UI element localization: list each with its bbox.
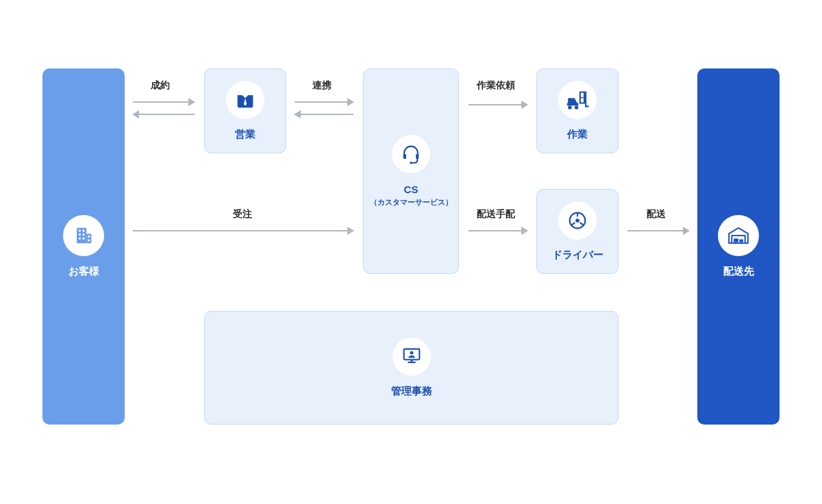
svg-rect-20	[581, 98, 584, 102]
svg-rect-14	[567, 103, 579, 105]
svg-rect-25	[410, 360, 412, 362]
node-sales-title: 営業	[235, 127, 256, 141]
node-sales: 営業	[204, 68, 286, 153]
svg-point-12	[410, 162, 412, 164]
node-admin: 管理事務	[204, 311, 619, 425]
arrow-dispatch	[469, 230, 527, 231]
svg-point-29	[734, 242, 736, 244]
svg-rect-2	[79, 229, 81, 231]
svg-rect-9	[88, 240, 90, 242]
node-cs-title: CS	[404, 183, 419, 197]
arrow-contract-left	[133, 114, 195, 115]
arrow-workreq	[469, 104, 527, 105]
arrow-link-left	[295, 114, 353, 115]
svg-rect-10	[403, 154, 406, 159]
svg-rect-6	[79, 238, 81, 240]
node-driver: ドライバー	[536, 189, 619, 274]
headset-icon	[392, 135, 430, 173]
svg-rect-18	[585, 91, 586, 107]
svg-point-16	[575, 105, 579, 110]
svg-rect-28	[739, 239, 743, 242]
node-driver-title: ドライバー	[552, 248, 603, 262]
monitor-person-icon	[393, 338, 431, 376]
node-work-title: 作業	[567, 127, 588, 141]
edge-delivery-label: 配送	[647, 208, 666, 220]
steering-wheel-icon	[558, 201, 597, 240]
svg-point-15	[568, 105, 572, 110]
node-cs-subtitle: （カスタマーサービス）	[370, 197, 453, 207]
svg-point-30	[740, 242, 743, 244]
diagram-stage: お客様 営業 CS （カスタマーサービス）	[0, 0, 822, 504]
edge-order-label: 受注	[233, 208, 252, 220]
svg-point-26	[410, 351, 413, 355]
svg-rect-7	[83, 238, 85, 240]
svg-rect-4	[79, 234, 81, 236]
node-admin-title: 管理事務	[391, 384, 432, 398]
node-dest: 配送先	[697, 68, 780, 425]
svg-rect-3	[83, 229, 85, 231]
svg-rect-19	[581, 92, 584, 97]
node-work: 作業	[536, 68, 619, 153]
svg-rect-0	[77, 228, 86, 244]
necktie-icon	[226, 81, 264, 119]
node-customer-title: お客様	[68, 264, 99, 278]
svg-rect-8	[88, 236, 90, 238]
node-dest-title: 配送先	[723, 264, 754, 278]
svg-point-22	[575, 218, 580, 223]
building-icon	[63, 215, 104, 256]
edge-dispatch-label: 配送手配	[477, 208, 515, 220]
node-cs: CS （カスタマーサービス）	[363, 68, 459, 274]
edge-workreq-label: 作業依頼	[477, 79, 515, 92]
warehouse-icon	[718, 215, 759, 256]
arrow-contract-right	[133, 101, 195, 103]
forklift-icon	[558, 81, 597, 119]
svg-rect-27	[734, 238, 738, 242]
svg-rect-11	[416, 154, 419, 159]
edge-link-label: 連携	[312, 79, 332, 92]
arrow-order	[133, 230, 353, 231]
svg-rect-5	[83, 234, 85, 236]
arrow-delivery	[627, 230, 689, 231]
svg-rect-1	[86, 234, 91, 243]
node-customer: お客様	[42, 68, 125, 425]
arrow-link-right	[295, 101, 353, 103]
edge-contract-label: 成約	[151, 79, 170, 92]
